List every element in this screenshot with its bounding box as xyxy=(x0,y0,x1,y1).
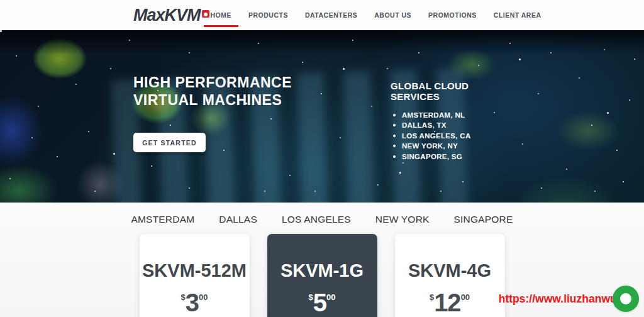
nav-item-products[interactable]: PRODUCTS xyxy=(247,8,289,23)
watermark: https://www.liuzhanwu.cn xyxy=(499,286,639,312)
service-location-singapore: SINGAPORE, SG xyxy=(391,152,511,162)
hero-title-line2: VIRTUAL MACHINES xyxy=(133,92,282,108)
tab-dallas[interactable]: DALLAS xyxy=(219,214,257,225)
plan-price: $300 xyxy=(140,290,250,315)
service-location-new-york: NEW YORK, NY xyxy=(391,141,511,151)
main-nav: HOME PRODUCTS DATACENTERS ABOUT US PROMO… xyxy=(209,8,543,23)
hero-title-line1: HIGH PERFORMANCE xyxy=(133,74,292,91)
tab-new-york[interactable]: NEW YORK xyxy=(375,214,430,225)
nav-item-datacenters[interactable]: DATACENTERS xyxy=(304,8,358,23)
price-cents: 00 xyxy=(326,292,335,302)
nav-item-about-us[interactable]: ABOUT US xyxy=(373,8,413,23)
brand-name: MaxKVM xyxy=(133,4,201,26)
tab-los-angeles[interactable]: LOS ANGELES xyxy=(282,214,351,225)
brand-logo[interactable]: MaxKVM xyxy=(133,4,209,26)
plan-card-skvm-512m[interactable]: SKVM-512M $300 PER MONTH xyxy=(140,234,250,317)
hero-banner: HIGH PERFORMANCE VIRTUAL MACHINES GET ST… xyxy=(0,30,644,203)
plan-card-skvm-1g[interactable]: SKVM-1G $500 PER MONTH xyxy=(267,234,377,317)
price-currency: $ xyxy=(181,292,186,302)
hero-title: HIGH PERFORMANCE VIRTUAL MACHINES xyxy=(133,74,292,109)
service-location-los-angeles: LOS ANGELES, CA xyxy=(391,131,511,141)
nav-item-promotions[interactable]: PROMOTIONS xyxy=(427,8,478,23)
site-header: MaxKVM HOME PRODUCTS DATACENTERS ABOUT U… xyxy=(0,0,644,30)
price-cents: 00 xyxy=(199,292,208,302)
price-cents: 00 xyxy=(461,292,470,302)
services-title: GLOBAL CLOUD SERVICES xyxy=(391,81,511,102)
nav-item-client-area[interactable]: CLIENT AREA xyxy=(492,8,543,23)
location-tabs: AMSTERDAM DALLAS LOS ANGELES NEW YORK SI… xyxy=(0,203,644,225)
plan-name: SKVM-4G xyxy=(395,260,505,281)
plan-name: SKVM-1G xyxy=(267,260,377,281)
chat-bubble-icon[interactable] xyxy=(613,286,639,312)
price-amount: 5 xyxy=(313,289,326,316)
tab-singapore[interactable]: SINGAPORE xyxy=(454,214,513,225)
plan-card-skvm-4g[interactable]: SKVM-4G $1200 PER MONTH xyxy=(395,234,505,317)
price-currency: $ xyxy=(309,292,313,302)
service-location-amsterdam: AMSTERDAM, NL xyxy=(391,110,511,120)
service-location-dallas: DALLAS, TX xyxy=(391,120,511,130)
plan-name: SKVM-512M xyxy=(140,260,250,281)
get-started-button[interactable]: GET STARTED xyxy=(133,133,206,152)
price-amount: 3 xyxy=(186,289,199,316)
nav-item-home[interactable]: HOME xyxy=(209,8,233,23)
global-cloud-services: GLOBAL CLOUD SERVICES AMSTERDAM, NL DALL… xyxy=(391,81,511,162)
brand-logo-icon xyxy=(202,10,209,18)
tab-amsterdam[interactable]: AMSTERDAM xyxy=(131,214,194,225)
services-list: AMSTERDAM, NL DALLAS, TX LOS ANGELES, CA… xyxy=(391,110,511,162)
price-amount: 12 xyxy=(434,289,461,316)
plan-price: $500 xyxy=(267,290,377,315)
plan-price: $1200 xyxy=(395,290,505,315)
